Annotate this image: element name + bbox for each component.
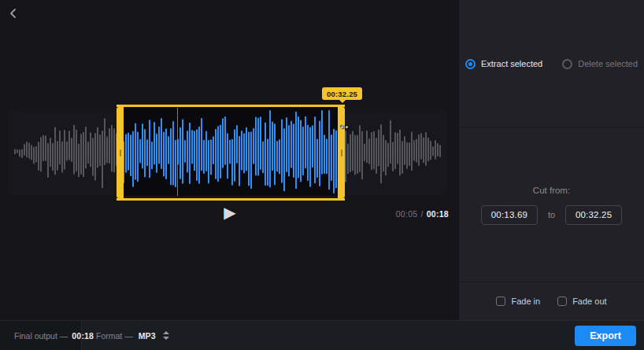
selection-region[interactable] [117, 105, 345, 201]
selection-right-handle[interactable] [338, 107, 345, 198]
fade-out-label: Fade out [572, 297, 606, 306]
mode-section: Extract selected Delete selected [459, 0, 644, 128]
cut-range-section: Cut from: to [459, 128, 644, 282]
chevron-left-icon [8, 8, 19, 19]
extract-selected-label: Extract selected [481, 59, 542, 68]
format-label: Format — [96, 331, 133, 341]
settings-panel: Extract selected Delete selected Cut fro… [459, 0, 644, 320]
back-button[interactable] [6, 6, 21, 21]
final-output: Final output — 00:18 [14, 321, 94, 350]
footer-bar: Final output — 00:18 Format — MP3 Export [0, 320, 644, 350]
delete-selected-label: Delete selected [578, 59, 638, 68]
handle-grip-icon [120, 149, 121, 157]
cut-start-input[interactable] [481, 205, 538, 225]
fade-in-label: Fade in [511, 297, 540, 306]
radio-checked-icon [465, 59, 476, 69]
selection-left-handle[interactable] [117, 107, 124, 198]
final-output-value: 00:18 [72, 331, 94, 341]
trim-time-tooltip: 00:32.25 [322, 87, 362, 100]
time-display: 00:05 / 00:18 [396, 209, 449, 219]
play-button[interactable]: ▶ [217, 201, 242, 225]
fade-out-checkbox[interactable]: Fade out [557, 297, 606, 306]
total-time: 00:18 [427, 209, 449, 219]
fade-in-checkbox[interactable]: Fade in [496, 297, 540, 306]
format-value: MP3 [139, 331, 156, 341]
delete-selected-radio[interactable]: Delete selected [562, 59, 638, 69]
checkbox-icon [557, 297, 567, 306]
time-separator: / [420, 209, 423, 219]
fade-section: Fade in Fade out [459, 282, 644, 319]
cut-from-label: Cut from: [533, 186, 570, 195]
handle-grip-icon [341, 149, 342, 157]
cut-end-input[interactable] [565, 205, 622, 225]
play-icon: ▶ [217, 201, 242, 224]
checkbox-icon [496, 297, 505, 306]
radio-unchecked-icon [562, 59, 572, 69]
current-time: 00:05 [396, 209, 418, 219]
to-label: to [548, 210, 555, 219]
cut-range-row: to [481, 205, 622, 225]
audio-cutter-app: 00:32.25 ↔ ▶ 00:05 / 00:18 Extract selec… [0, 0, 644, 350]
final-output-label: Final output — [14, 331, 68, 341]
export-button[interactable]: Export [575, 326, 636, 346]
editor-area: 00:32.25 ↔ ▶ 00:05 / 00:18 [0, 0, 459, 320]
format-select[interactable]: Format — MP3 [96, 321, 169, 350]
extract-selected-radio[interactable]: Extract selected [465, 59, 542, 69]
trim-time-value: 00:32.25 [327, 90, 357, 98]
stepper-icon[interactable] [161, 331, 169, 340]
